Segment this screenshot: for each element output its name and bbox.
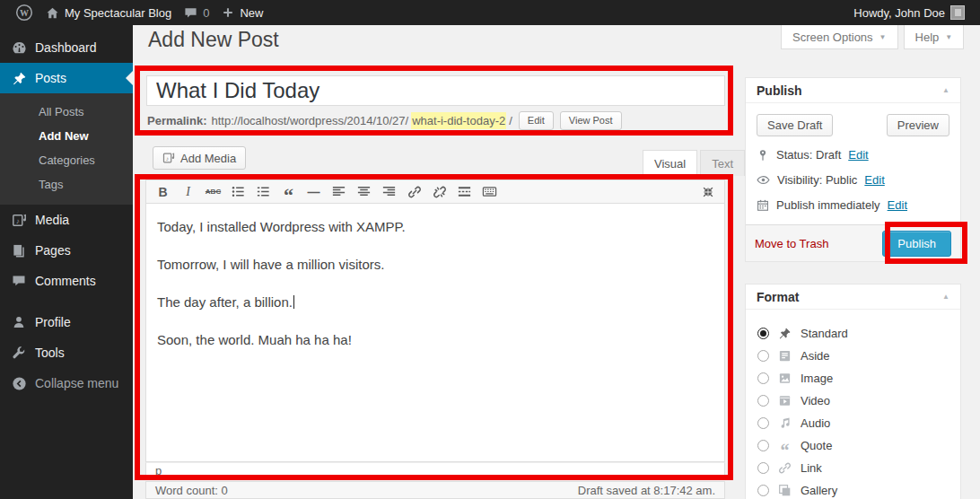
sidebar-item-comments[interactable]: Comments	[0, 266, 133, 296]
view-post-button[interactable]: View Post	[560, 111, 622, 130]
admin-bar-comments[interactable]: 0	[178, 0, 215, 25]
radio-image[interactable]	[757, 372, 769, 384]
comments-icon	[11, 274, 27, 288]
sidebar-item-posts[interactable]: Posts	[0, 63, 133, 93]
format-label: Image	[801, 372, 833, 385]
editor-toolbar: B I ABC “ —	[145, 179, 725, 204]
align-center-icon[interactable]	[352, 181, 376, 202]
edit-schedule-link[interactable]: Edit	[888, 198, 907, 212]
screen-options-tab[interactable]: Screen Options ▼	[781, 25, 898, 49]
dashboard-icon	[11, 40, 27, 56]
sidebar-item-tools[interactable]: Tools	[0, 337, 133, 368]
blockquote-icon[interactable]: “	[276, 181, 301, 202]
insert-more-tag-icon[interactable]	[452, 181, 477, 202]
wordpress-logo-menu[interactable]: W	[9, 0, 39, 25]
publish-minor-actions: Save Draft Preview	[746, 103, 960, 136]
toolbar-toggle-icon[interactable]	[477, 181, 502, 202]
new-label: New	[240, 6, 263, 20]
radio-standard[interactable]	[757, 328, 769, 339]
editor-paragraph: Soon, the world. Muah ha ha ha!	[157, 330, 713, 349]
image-icon	[777, 372, 792, 385]
edit-status-link[interactable]: Edit	[848, 148, 868, 162]
comments-count: 0	[203, 6, 209, 20]
format-option-standard[interactable]: Standard	[746, 322, 960, 345]
submenu-item-all-posts[interactable]: All Posts	[0, 100, 133, 124]
editor-element-path[interactable]: p	[145, 462, 725, 480]
add-media-button[interactable]: ♪ Add Media	[153, 146, 246, 170]
publish-panel-header[interactable]: Publish ▲	[746, 78, 960, 103]
avatar	[950, 5, 965, 20]
italic-icon[interactable]: I	[176, 181, 200, 202]
publish-panel: Publish ▲ Save Draft Preview Status: Dra…	[745, 77, 961, 262]
pushpin-icon	[11, 71, 27, 86]
radio-aside[interactable]	[757, 350, 769, 362]
radio-video[interactable]	[757, 395, 769, 407]
format-option-gallery[interactable]: Gallery	[746, 479, 960, 499]
collapse-icon	[11, 376, 27, 391]
insert-link-icon[interactable]	[402, 181, 426, 202]
format-option-link[interactable]: Link	[746, 457, 960, 479]
bulleted-list-icon[interactable]	[226, 181, 250, 202]
bold-icon[interactable]: B	[151, 181, 175, 202]
admin-bar-new-menu[interactable]: New	[215, 0, 269, 25]
align-right-icon[interactable]	[377, 181, 401, 202]
submenu-item-add-new[interactable]: Add New	[0, 124, 133, 148]
format-option-quote[interactable]: “ Quote	[746, 434, 960, 457]
format-panel-header[interactable]: Format ▲	[746, 285, 960, 310]
active-menu-arrow	[126, 71, 133, 85]
screen-meta-links: Screen Options ▼ Help ▼	[781, 25, 964, 49]
admin-bar-my-account[interactable]: Howdy, John Doe	[847, 0, 971, 25]
strikethrough-icon[interactable]: ABC	[201, 181, 225, 202]
editor-content-area[interactable]: Today, I installed Wordpress with XAMPP.…	[145, 204, 725, 462]
sidebar-item-profile[interactable]: Profile	[0, 307, 133, 337]
numbered-list-icon[interactable]	[251, 181, 276, 202]
sidebar-item-media[interactable]: ♪ Media	[0, 205, 133, 235]
align-left-icon[interactable]	[327, 181, 351, 202]
radio-audio[interactable]	[757, 417, 769, 429]
chevron-down-icon: ▼	[945, 33, 952, 41]
sidebar-item-collapse-menu[interactable]: Collapse menu	[0, 368, 133, 398]
submenu-item-tags[interactable]: Tags	[0, 172, 133, 197]
tab-visual[interactable]: Visual	[643, 150, 697, 176]
distraction-free-icon[interactable]	[696, 181, 720, 202]
svg-text:W: W	[20, 8, 29, 18]
tab-text[interactable]: Text	[700, 150, 745, 176]
edit-visibility-link[interactable]: Edit	[864, 173, 884, 187]
post-status-icon	[757, 149, 769, 162]
format-option-image[interactable]: Image	[746, 367, 960, 390]
format-option-audio[interactable]: Audio	[746, 412, 960, 434]
visibility-eye-icon	[757, 173, 770, 187]
text-cursor	[293, 295, 295, 309]
horizontal-rule-icon[interactable]: —	[302, 181, 326, 202]
sidebar-item-dashboard[interactable]: Dashboard	[0, 32, 133, 63]
word-count: Word count: 0	[155, 484, 228, 497]
submenu-item-categories[interactable]: Categories	[0, 148, 133, 172]
publish-button[interactable]: Publish	[882, 231, 951, 257]
comment-bubble-icon	[184, 6, 197, 20]
save-draft-button[interactable]: Save Draft	[757, 114, 833, 136]
collapse-panel-icon[interactable]: ▲	[942, 293, 949, 301]
post-title-input[interactable]	[146, 75, 725, 106]
help-tab[interactable]: Help ▼	[904, 25, 965, 49]
sidebar-label-collapse: Collapse menu	[35, 376, 118, 390]
format-label: Standard	[801, 327, 848, 340]
radio-gallery[interactable]	[757, 485, 769, 496]
preview-button[interactable]: Preview	[887, 114, 949, 136]
collapse-panel-icon[interactable]: ▲	[942, 86, 949, 94]
format-option-video[interactable]: Video	[746, 390, 960, 412]
sidebar-item-pages[interactable]: Pages	[0, 235, 133, 266]
admin-bar: W My Spectacular Blog 0 New Howdy, John …	[0, 0, 980, 25]
format-option-aside[interactable]: Aside	[746, 345, 960, 367]
move-to-trash-link[interactable]: Move to Trash	[755, 237, 828, 250]
permalink-slug[interactable]: what-i-did-today-2	[411, 112, 506, 129]
media-icon: ♪	[11, 213, 27, 228]
draft-saved-status: Draft saved at 8:17:42 am.	[578, 484, 715, 497]
edit-permalink-button[interactable]: Edit	[519, 111, 554, 130]
radio-quote[interactable]	[757, 440, 769, 451]
profile-icon	[11, 315, 27, 329]
sidebar-label-profile: Profile	[35, 315, 71, 329]
remove-link-icon[interactable]	[427, 181, 451, 202]
radio-link[interactable]	[757, 462, 769, 474]
admin-bar-site-name[interactable]: My Spectacular Blog	[39, 0, 178, 25]
link-icon	[777, 461, 792, 475]
